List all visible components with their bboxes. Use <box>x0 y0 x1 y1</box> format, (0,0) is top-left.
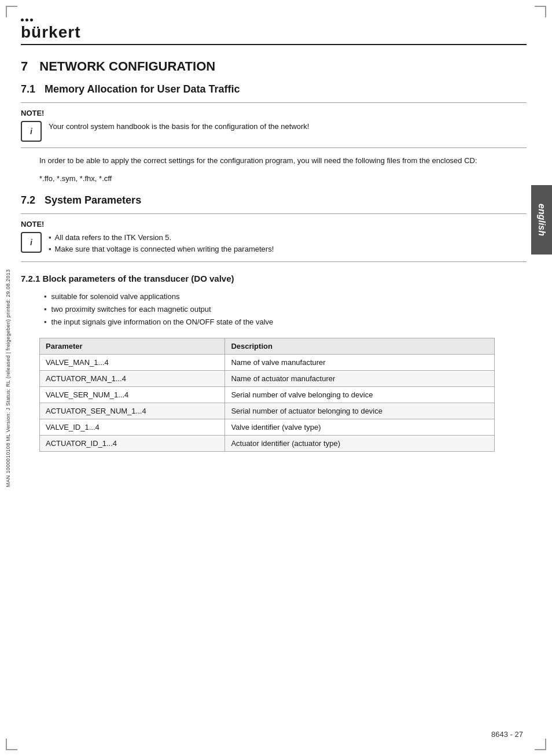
table-cell-desc: Actuator identifier (actuator type) <box>225 436 494 452</box>
section71-number: 7.1 <box>21 83 35 95</box>
table-cell-desc: Valve identifier (valve type) <box>225 419 494 436</box>
section721-number: 7.2.1 <box>21 274 40 283</box>
bullet-item-1: suitable for solenoid valve applications <box>44 290 527 303</box>
note2-content: i All data refers to the ITK Version 5. … <box>21 232 527 256</box>
bullet-list: suitable for solenoid valve applications… <box>44 290 527 329</box>
table-col2-header: Description <box>225 338 494 355</box>
note1-text: Your control system handbook is the basi… <box>49 121 309 132</box>
logo-underline <box>21 44 527 45</box>
section72-title: System Parameters <box>45 194 141 206</box>
note2-label: NOTE! <box>21 220 527 228</box>
table-cell-desc: Serial number of valve belonging to devi… <box>225 387 494 403</box>
logo-area: bürkert <box>21 23 527 45</box>
logo-dots <box>21 19 33 21</box>
table-cell-param: VALVE_SER_NUM_1...4 <box>40 387 225 403</box>
bullet-item-2: two proximity switches for each magnetic… <box>44 303 527 316</box>
files-text: *.ffo, *.sym, *.fhx, *.cff <box>39 173 527 185</box>
logo: bürkert <box>21 23 80 42</box>
table-col1-header: Parameter <box>40 338 225 355</box>
table-row: VALVE_MAN_1...4Name of valve manufacture… <box>40 355 495 371</box>
section71-heading: 7.1 Memory Allocation for User Data Traf… <box>21 83 527 95</box>
main-content: bürkert 7 NETWORK CONFIGURATION 7.1 Memo… <box>21 0 527 496</box>
note2-icon: i <box>21 232 42 253</box>
table-row: ACTUATOR_MAN_1...4Name of actuator manuf… <box>40 371 495 387</box>
table-row: ACTUATOR_ID_1...4Actuator identifier (ac… <box>40 436 495 452</box>
table-row: VALVE_ID_1...4Valve identifier (valve ty… <box>40 419 495 436</box>
table-cell-param: VALVE_ID_1...4 <box>40 419 225 436</box>
body1-text: In order to be able to apply the correct… <box>39 155 527 167</box>
footer-page-number: 8643 - 27 <box>491 730 523 739</box>
note2-box: NOTE! i All data refers to the ITK Versi… <box>21 213 527 263</box>
note1-label: NOTE! <box>21 109 527 117</box>
section71-title: Memory Allocation for User Data Traffic <box>45 83 240 95</box>
section7-number: 7 <box>21 59 28 74</box>
english-tab: english <box>531 185 552 255</box>
bullet-item-3: the input signals give information on th… <box>44 316 527 329</box>
section721-heading: 7.2.1 Block parameters of the transducer… <box>21 274 527 283</box>
table-cell-param: ACTUATOR_MAN_1...4 <box>40 371 225 387</box>
corner-mark-tr <box>535 6 546 17</box>
side-label: MAN 1000010108 ML Version: J Status: RL … <box>0 0 16 756</box>
table-cell-desc: Name of actuator manufacturer <box>225 371 494 387</box>
note1-icon: i <box>21 121 42 142</box>
section72-number: 7.2 <box>21 194 35 206</box>
section721-title: Block parameters of the transducer (DO v… <box>43 274 234 283</box>
table-cell-param: ACTUATOR_ID_1...4 <box>40 436 225 452</box>
table-cell-desc: Serial number of actuator belonging to d… <box>225 403 494 419</box>
section7-heading: 7 NETWORK CONFIGURATION <box>21 59 527 74</box>
table-cell-desc: Name of valve manufacturer <box>225 355 494 371</box>
params-table: Parameter Description VALVE_MAN_1...4Nam… <box>39 338 495 452</box>
note2-bullet1: All data refers to the ITK Version 5. <box>49 232 527 244</box>
section7-title: NETWORK CONFIGURATION <box>39 59 215 74</box>
note1-box: NOTE! i Your control system handbook is … <box>21 102 527 148</box>
table-row: ACTUATOR_SER_NUM_1...4Serial number of a… <box>40 403 495 419</box>
note2-bullet2: Make sure that voltage is connected when… <box>49 244 527 256</box>
corner-mark-br <box>535 739 546 750</box>
table-row: VALVE_SER_NUM_1...4Serial number of valv… <box>40 387 495 403</box>
section72-heading: 7.2 System Parameters <box>21 194 527 206</box>
table-cell-param: VALVE_MAN_1...4 <box>40 355 225 371</box>
table-cell-param: ACTUATOR_SER_NUM_1...4 <box>40 403 225 419</box>
note1-content: i Your control system handbook is the ba… <box>21 121 527 142</box>
